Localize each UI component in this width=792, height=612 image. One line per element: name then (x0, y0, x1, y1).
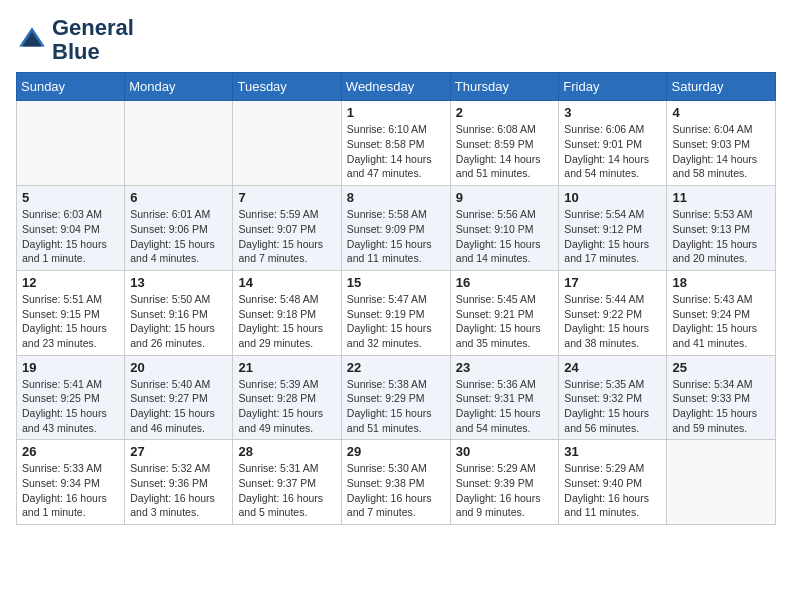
calendar-cell: 31Sunrise: 5:29 AM Sunset: 9:40 PM Dayli… (559, 440, 667, 525)
calendar-cell: 23Sunrise: 5:36 AM Sunset: 9:31 PM Dayli… (450, 355, 559, 440)
day-number: 29 (347, 444, 445, 459)
calendar-cell: 24Sunrise: 5:35 AM Sunset: 9:32 PM Dayli… (559, 355, 667, 440)
calendar-cell: 14Sunrise: 5:48 AM Sunset: 9:18 PM Dayli… (233, 270, 341, 355)
cell-content: Sunrise: 5:32 AM Sunset: 9:36 PM Dayligh… (130, 461, 227, 520)
day-number: 21 (238, 360, 335, 375)
calendar-cell: 11Sunrise: 5:53 AM Sunset: 9:13 PM Dayli… (667, 186, 776, 271)
day-number: 26 (22, 444, 119, 459)
column-header-tuesday: Tuesday (233, 73, 341, 101)
cell-content: Sunrise: 5:56 AM Sunset: 9:10 PM Dayligh… (456, 207, 554, 266)
cell-content: Sunrise: 5:40 AM Sunset: 9:27 PM Dayligh… (130, 377, 227, 436)
cell-content: Sunrise: 5:43 AM Sunset: 9:24 PM Dayligh… (672, 292, 770, 351)
day-number: 30 (456, 444, 554, 459)
column-header-thursday: Thursday (450, 73, 559, 101)
calendar-cell: 17Sunrise: 5:44 AM Sunset: 9:22 PM Dayli… (559, 270, 667, 355)
cell-content: Sunrise: 6:06 AM Sunset: 9:01 PM Dayligh… (564, 122, 661, 181)
calendar-week-row: 19Sunrise: 5:41 AM Sunset: 9:25 PM Dayli… (17, 355, 776, 440)
day-number: 27 (130, 444, 227, 459)
calendar-week-row: 26Sunrise: 5:33 AM Sunset: 9:34 PM Dayli… (17, 440, 776, 525)
calendar-cell: 18Sunrise: 5:43 AM Sunset: 9:24 PM Dayli… (667, 270, 776, 355)
cell-content: Sunrise: 5:58 AM Sunset: 9:09 PM Dayligh… (347, 207, 445, 266)
day-number: 24 (564, 360, 661, 375)
logo: General Blue (16, 16, 134, 64)
calendar-cell: 8Sunrise: 5:58 AM Sunset: 9:09 PM Daylig… (341, 186, 450, 271)
day-number: 1 (347, 105, 445, 120)
day-number: 16 (456, 275, 554, 290)
day-number: 4 (672, 105, 770, 120)
page-header: General Blue (16, 16, 776, 64)
calendar-cell: 27Sunrise: 5:32 AM Sunset: 9:36 PM Dayli… (125, 440, 233, 525)
calendar-week-row: 12Sunrise: 5:51 AM Sunset: 9:15 PM Dayli… (17, 270, 776, 355)
calendar-week-row: 1Sunrise: 6:10 AM Sunset: 8:58 PM Daylig… (17, 101, 776, 186)
cell-content: Sunrise: 5:33 AM Sunset: 9:34 PM Dayligh… (22, 461, 119, 520)
calendar-week-row: 5Sunrise: 6:03 AM Sunset: 9:04 PM Daylig… (17, 186, 776, 271)
cell-content: Sunrise: 5:53 AM Sunset: 9:13 PM Dayligh… (672, 207, 770, 266)
day-number: 11 (672, 190, 770, 205)
day-number: 25 (672, 360, 770, 375)
calendar-cell: 5Sunrise: 6:03 AM Sunset: 9:04 PM Daylig… (17, 186, 125, 271)
cell-content: Sunrise: 5:47 AM Sunset: 9:19 PM Dayligh… (347, 292, 445, 351)
day-number: 13 (130, 275, 227, 290)
cell-content: Sunrise: 5:50 AM Sunset: 9:16 PM Dayligh… (130, 292, 227, 351)
cell-content: Sunrise: 6:08 AM Sunset: 8:59 PM Dayligh… (456, 122, 554, 181)
calendar-cell: 9Sunrise: 5:56 AM Sunset: 9:10 PM Daylig… (450, 186, 559, 271)
column-header-wednesday: Wednesday (341, 73, 450, 101)
day-number: 12 (22, 275, 119, 290)
calendar-cell: 4Sunrise: 6:04 AM Sunset: 9:03 PM Daylig… (667, 101, 776, 186)
calendar-cell: 19Sunrise: 5:41 AM Sunset: 9:25 PM Dayli… (17, 355, 125, 440)
day-number: 2 (456, 105, 554, 120)
calendar-cell (17, 101, 125, 186)
column-header-sunday: Sunday (17, 73, 125, 101)
calendar-cell: 7Sunrise: 5:59 AM Sunset: 9:07 PM Daylig… (233, 186, 341, 271)
calendar-cell: 26Sunrise: 5:33 AM Sunset: 9:34 PM Dayli… (17, 440, 125, 525)
calendar-cell: 10Sunrise: 5:54 AM Sunset: 9:12 PM Dayli… (559, 186, 667, 271)
calendar-cell: 30Sunrise: 5:29 AM Sunset: 9:39 PM Dayli… (450, 440, 559, 525)
day-number: 3 (564, 105, 661, 120)
cell-content: Sunrise: 6:04 AM Sunset: 9:03 PM Dayligh… (672, 122, 770, 181)
cell-content: Sunrise: 5:35 AM Sunset: 9:32 PM Dayligh… (564, 377, 661, 436)
cell-content: Sunrise: 5:36 AM Sunset: 9:31 PM Dayligh… (456, 377, 554, 436)
day-number: 22 (347, 360, 445, 375)
calendar-cell: 21Sunrise: 5:39 AM Sunset: 9:28 PM Dayli… (233, 355, 341, 440)
cell-content: Sunrise: 6:10 AM Sunset: 8:58 PM Dayligh… (347, 122, 445, 181)
column-header-friday: Friday (559, 73, 667, 101)
calendar-cell: 12Sunrise: 5:51 AM Sunset: 9:15 PM Dayli… (17, 270, 125, 355)
cell-content: Sunrise: 5:59 AM Sunset: 9:07 PM Dayligh… (238, 207, 335, 266)
cell-content: Sunrise: 6:03 AM Sunset: 9:04 PM Dayligh… (22, 207, 119, 266)
calendar-table: SundayMondayTuesdayWednesdayThursdayFrid… (16, 72, 776, 525)
calendar-cell: 6Sunrise: 6:01 AM Sunset: 9:06 PM Daylig… (125, 186, 233, 271)
cell-content: Sunrise: 5:29 AM Sunset: 9:40 PM Dayligh… (564, 461, 661, 520)
calendar-cell: 15Sunrise: 5:47 AM Sunset: 9:19 PM Dayli… (341, 270, 450, 355)
logo-icon (16, 24, 48, 56)
calendar-cell: 3Sunrise: 6:06 AM Sunset: 9:01 PM Daylig… (559, 101, 667, 186)
day-number: 20 (130, 360, 227, 375)
calendar-cell (667, 440, 776, 525)
day-number: 6 (130, 190, 227, 205)
cell-content: Sunrise: 5:54 AM Sunset: 9:12 PM Dayligh… (564, 207, 661, 266)
cell-content: Sunrise: 5:44 AM Sunset: 9:22 PM Dayligh… (564, 292, 661, 351)
cell-content: Sunrise: 5:31 AM Sunset: 9:37 PM Dayligh… (238, 461, 335, 520)
calendar-cell (125, 101, 233, 186)
calendar-cell: 20Sunrise: 5:40 AM Sunset: 9:27 PM Dayli… (125, 355, 233, 440)
day-number: 19 (22, 360, 119, 375)
calendar-cell: 2Sunrise: 6:08 AM Sunset: 8:59 PM Daylig… (450, 101, 559, 186)
day-number: 28 (238, 444, 335, 459)
calendar-cell (233, 101, 341, 186)
day-number: 14 (238, 275, 335, 290)
day-number: 9 (456, 190, 554, 205)
calendar-cell: 1Sunrise: 6:10 AM Sunset: 8:58 PM Daylig… (341, 101, 450, 186)
calendar-cell: 22Sunrise: 5:38 AM Sunset: 9:29 PM Dayli… (341, 355, 450, 440)
cell-content: Sunrise: 5:39 AM Sunset: 9:28 PM Dayligh… (238, 377, 335, 436)
cell-content: Sunrise: 5:45 AM Sunset: 9:21 PM Dayligh… (456, 292, 554, 351)
day-number: 31 (564, 444, 661, 459)
day-number: 7 (238, 190, 335, 205)
day-number: 5 (22, 190, 119, 205)
day-number: 17 (564, 275, 661, 290)
calendar-cell: 25Sunrise: 5:34 AM Sunset: 9:33 PM Dayli… (667, 355, 776, 440)
logo-text: General Blue (52, 16, 134, 64)
cell-content: Sunrise: 6:01 AM Sunset: 9:06 PM Dayligh… (130, 207, 227, 266)
column-header-monday: Monday (125, 73, 233, 101)
day-number: 23 (456, 360, 554, 375)
calendar-cell: 28Sunrise: 5:31 AM Sunset: 9:37 PM Dayli… (233, 440, 341, 525)
cell-content: Sunrise: 5:34 AM Sunset: 9:33 PM Dayligh… (672, 377, 770, 436)
